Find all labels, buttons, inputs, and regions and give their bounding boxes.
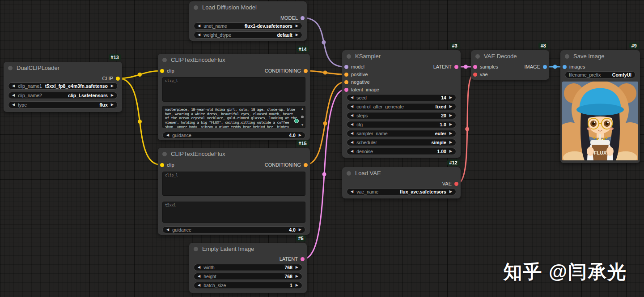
port-dot-clip[interactable]	[160, 69, 164, 73]
input-port-clip[interactable]: clip	[160, 68, 174, 74]
wire-clip1-midpoint-dot[interactable]	[138, 73, 142, 77]
decrement-arrow-icon[interactable]: ◀	[351, 139, 353, 146]
node-vae-decode[interactable]: #8 VAE Decode samples vae IMAGE	[471, 50, 549, 80]
port-dot-image[interactable]	[543, 65, 547, 69]
node-header[interactable]: CLIPTextEncodeFlux	[162, 151, 225, 157]
scroll-up-icon[interactable]: ▲	[301, 107, 303, 111]
input-port-negative[interactable]: negative	[344, 79, 370, 85]
output-port-conditioning[interactable]: CONDITIONING	[265, 68, 308, 74]
widget-filename-prefix[interactable]: filename_prefix ComfyUI	[565, 71, 636, 78]
widget-height[interactable]: ◀ height 768 ▶	[194, 273, 302, 280]
increment-arrow-icon[interactable]: ▶	[449, 103, 452, 110]
collapse-dot-icon[interactable]	[8, 66, 13, 70]
node-save-image[interactable]: #9 Save Image images filename_prefix Com…	[560, 50, 640, 163]
widget-width[interactable]: ◀ width 768 ▶	[194, 264, 302, 271]
node-header[interactable]: CLIPTextEncodeFlux	[162, 56, 225, 63]
wire-vae-midpoint-dot[interactable]	[465, 127, 469, 131]
decrement-arrow-icon[interactable]: ◀	[351, 103, 353, 110]
input-port-vae[interactable]: vae	[473, 71, 488, 77]
collapse-dot-icon[interactable]	[194, 5, 198, 10]
node-load-diffusion-model[interactable]: Load Diffusion Model MODEL ◀ unet_name f…	[189, 1, 307, 41]
widget-guidance[interactable]: ◀ guidance 4.0 ▶	[162, 226, 305, 233]
decrement-arrow-icon[interactable]: ◀	[12, 83, 15, 89]
widget-batch-size[interactable]: ◀ batch_size 1 ▶	[194, 282, 302, 289]
decrement-arrow-icon[interactable]: ◀	[12, 92, 15, 99]
node-header[interactable]: Save Image	[565, 53, 604, 60]
output-port-model[interactable]: MODEL	[280, 15, 305, 21]
increment-arrow-icon[interactable]: ▶	[111, 102, 114, 108]
increment-arrow-icon[interactable]: ▶	[449, 148, 452, 155]
input-port-clip[interactable]: clip	[160, 162, 174, 168]
node-header[interactable]: Load Diffusion Model	[194, 4, 257, 11]
widget-denoise[interactable]: ◀ denoise 1.00 ▶	[347, 148, 456, 155]
widget-cfg[interactable]: ◀ cfg 1.0 ▶	[347, 121, 456, 128]
output-port-image[interactable]: IMAGE	[525, 64, 547, 70]
node-load-vae[interactable]: #12 Load VAE VAE ◀ vae_name flux_ave.saf…	[342, 167, 461, 198]
scroll-down-icon[interactable]: ▼	[301, 123, 303, 127]
node-header[interactable]: Load VAE	[347, 170, 381, 176]
textarea-scrollbar[interactable]: ▲ ▼	[300, 107, 305, 127]
widget-clip-name1[interactable]: ◀ clip_name1 t5xxl_fp8_e4m3fn.safetensor…	[8, 82, 118, 90]
decrement-arrow-icon[interactable]: ◀	[351, 189, 353, 195]
collapse-dot-icon[interactable]	[347, 171, 351, 176]
wire-samples-midpoint-dot[interactable]	[464, 65, 468, 69]
widget-sampler-name[interactable]: ◀ sampler_name euler ▶	[347, 130, 456, 137]
decrement-arrow-icon[interactable]: ◀	[351, 112, 353, 119]
output-port-latent[interactable]: LATENT	[433, 64, 458, 70]
t5xxl-textarea[interactable]: masterpiece, 18-year-old Asina girl, sol…	[162, 106, 305, 128]
increment-arrow-icon[interactable]: ▶	[296, 23, 298, 29]
widget-scheduler[interactable]: ◀ scheduler simple ▶	[347, 139, 456, 146]
node-clip-text-encode-positive[interactable]: #14 CLIPTextEncodeFlux clip CONDITIONING…	[158, 54, 310, 140]
widget-unet-name[interactable]: ◀ unet_name flux1-dev.safetensors ▶	[194, 22, 302, 30]
decrement-arrow-icon[interactable]: ◀	[198, 264, 200, 271]
increment-arrow-icon[interactable]: ▶	[296, 282, 298, 288]
widget-control-after-generate[interactable]: ◀ control_after_generate fixed ▶	[347, 103, 456, 110]
t5xxl-textarea[interactable]: t5xxl	[162, 202, 305, 223]
increment-arrow-icon[interactable]: ▶	[296, 32, 298, 38]
decrement-arrow-icon[interactable]: ◀	[351, 121, 353, 128]
increment-arrow-icon[interactable]: ▶	[296, 273, 298, 280]
port-dot-model[interactable]	[301, 16, 305, 20]
decrement-arrow-icon[interactable]: ◀	[198, 282, 200, 288]
collapse-dot-icon[interactable]	[347, 54, 351, 59]
input-port-latent-image[interactable]: latent_image	[344, 86, 379, 93]
output-port-clip[interactable]: CLIP	[102, 75, 120, 82]
node-dual-clip-loader[interactable]: #13 DualCLIPLoader CLIP ◀ clip_name1 t5x…	[4, 62, 122, 112]
collapse-dot-icon[interactable]	[565, 54, 569, 59]
node-header[interactable]: DualCLIPLoader	[8, 65, 59, 71]
port-dot-clip[interactable]	[160, 163, 164, 167]
decrement-arrow-icon[interactable]: ◀	[351, 95, 353, 101]
widget-seed[interactable]: ◀ seed 14 ▶	[347, 94, 456, 101]
port-dot-latent[interactable]	[454, 65, 458, 69]
clip-l-textarea[interactable]: clip_l	[162, 172, 305, 196]
widget-weight-dtype[interactable]: ◀ weight_dtype default ▶	[194, 31, 302, 39]
decrement-arrow-icon[interactable]: ◀	[198, 273, 200, 280]
decrement-arrow-icon[interactable]: ◀	[351, 130, 353, 137]
port-dot-latent[interactable]	[301, 257, 305, 261]
collapse-dot-icon[interactable]	[194, 247, 198, 251]
node-header[interactable]: VAE Decode	[475, 53, 517, 60]
decrement-arrow-icon[interactable]: ◀	[12, 102, 15, 108]
output-port-latent[interactable]: LATENT	[280, 256, 305, 262]
increment-arrow-icon[interactable]: ▶	[299, 227, 301, 233]
node-header[interactable]: KSampler	[347, 53, 381, 60]
port-dot-image[interactable]	[563, 65, 567, 69]
node-header[interactable]: Empty Latent Image	[194, 245, 254, 252]
generated-image-preview[interactable]: FLUX	[562, 82, 638, 160]
input-port-samples[interactable]: samples	[473, 64, 498, 70]
decrement-arrow-icon[interactable]: ◀	[198, 23, 200, 29]
node-graph-canvas[interactable]: Load Diffusion Model MODEL ◀ unet_name f…	[0, 0, 644, 297]
decrement-arrow-icon[interactable]: ◀	[166, 227, 169, 233]
increment-arrow-icon[interactable]: ▶	[449, 189, 452, 195]
port-dot-conditioning[interactable]	[304, 69, 308, 73]
widget-clip-name2[interactable]: ◀ clip_name2 clip_l.safetensors ▶	[8, 92, 118, 99]
node-ksampler[interactable]: #3 KSampler model positive negative late…	[342, 50, 461, 158]
widget-guidance[interactable]: ◀ guidance 4.0 ▶	[162, 132, 305, 139]
port-dot-model[interactable]	[344, 65, 348, 69]
port-dot-vae[interactable]	[473, 73, 477, 77]
decrement-arrow-icon[interactable]: ◀	[198, 32, 200, 38]
increment-arrow-icon[interactable]: ▶	[111, 83, 114, 89]
wire-positive-midpoint-dot[interactable]	[323, 71, 327, 75]
increment-arrow-icon[interactable]: ▶	[449, 139, 452, 146]
port-dot-conditioning[interactable]	[304, 163, 308, 167]
